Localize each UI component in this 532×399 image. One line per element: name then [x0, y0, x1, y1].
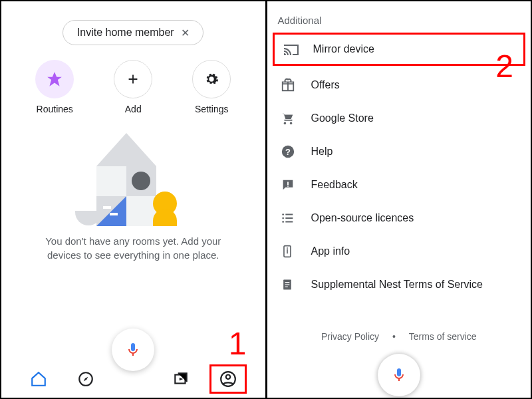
empty-state-illustration [63, 133, 203, 226]
routines-label: Routines [28, 104, 81, 114]
settings-action[interactable]: Settings [185, 60, 238, 114]
svg-rect-12 [287, 249, 288, 254]
add-action[interactable]: Add [106, 60, 160, 114]
mic-icon [125, 342, 141, 358]
section-heading-additional: Additional [278, 15, 521, 26]
mic-icon [391, 367, 407, 383]
media-tab[interactable] [172, 370, 190, 388]
empty-state-message: You don't have any rooms yet. Add your d… [33, 234, 233, 262]
feedback-label: Feedback [311, 179, 358, 191]
footer-links: Privacy Policy • Terms of service [267, 331, 531, 342]
invite-label: Invite home member [77, 27, 174, 39]
store-label: Google Store [311, 112, 374, 124]
cart-icon [281, 111, 297, 126]
nest-terms-label: Supplemental Nest Terms of Service [311, 279, 483, 291]
routines-action[interactable]: Routines [28, 60, 81, 114]
google-store-item[interactable]: Google Store [267, 102, 531, 135]
document-icon [281, 277, 297, 292]
bottom-navigation [1, 360, 265, 398]
account-tab-highlight [209, 364, 247, 394]
feedback-icon [281, 178, 297, 192]
help-label: Help [311, 146, 333, 158]
settings-label: Settings [185, 104, 238, 114]
routines-icon [35, 60, 74, 98]
svg-rect-6 [287, 182, 289, 185]
plus-icon [114, 60, 152, 98]
mirror-device-item[interactable]: Mirror device [275, 35, 524, 64]
feedback-item[interactable]: Feedback [267, 168, 531, 201]
svg-point-8 [282, 213, 284, 215]
svg-rect-13 [287, 247, 288, 249]
invite-home-member-chip[interactable]: Invite home member ✕ [63, 20, 203, 45]
media-icon [172, 370, 190, 388]
gift-icon [281, 78, 297, 92]
account-additional-menu: Additional Mirror device Offers Google S… [267, 1, 531, 398]
tutorial-two-panes: Invite home member ✕ Routines Add Set [0, 0, 532, 399]
help-icon: ? [281, 144, 297, 159]
list-icon [281, 211, 297, 225]
licences-item[interactable]: Open-source licences [267, 201, 531, 235]
nest-terms-item[interactable]: Supplemental Nest Terms of Service [267, 268, 531, 301]
compass-icon [77, 370, 94, 388]
svg-text:?: ? [285, 147, 291, 157]
discover-tab[interactable] [77, 370, 94, 388]
licences-label: Open-source licences [311, 212, 414, 224]
mirror-device-label: Mirror device [313, 43, 374, 55]
svg-point-10 [282, 221, 284, 223]
app-info-item[interactable]: App info [267, 235, 531, 268]
info-icon [281, 244, 297, 259]
annotation-step-2: 2 [495, 48, 513, 84]
svg-point-3 [226, 375, 231, 380]
add-label: Add [106, 104, 160, 114]
app-info-label: App info [311, 245, 350, 257]
home-tab[interactable] [30, 370, 47, 388]
close-icon[interactable]: ✕ [181, 27, 190, 39]
offers-label: Offers [311, 79, 340, 91]
help-item[interactable]: ? Help [267, 135, 531, 168]
cast-icon [283, 41, 299, 57]
home-icon [30, 370, 47, 388]
svg-rect-7 [287, 186, 289, 187]
voice-assistant-button[interactable] [378, 354, 420, 396]
account-tab[interactable] [219, 370, 237, 388]
person-icon [219, 370, 237, 388]
gear-icon [192, 60, 231, 98]
home-screen: Invite home member ✕ Routines Add Set [1, 1, 267, 398]
terms-link[interactable]: Terms of service [409, 331, 477, 342]
mirror-device-highlight: Mirror device [273, 33, 526, 66]
quick-actions-row: Routines Add Settings [1, 60, 265, 114]
svg-point-9 [282, 217, 284, 219]
annotation-step-1: 1 [229, 325, 247, 362]
offers-item[interactable]: Offers [267, 68, 531, 102]
privacy-link[interactable]: Privacy Policy [321, 331, 379, 342]
